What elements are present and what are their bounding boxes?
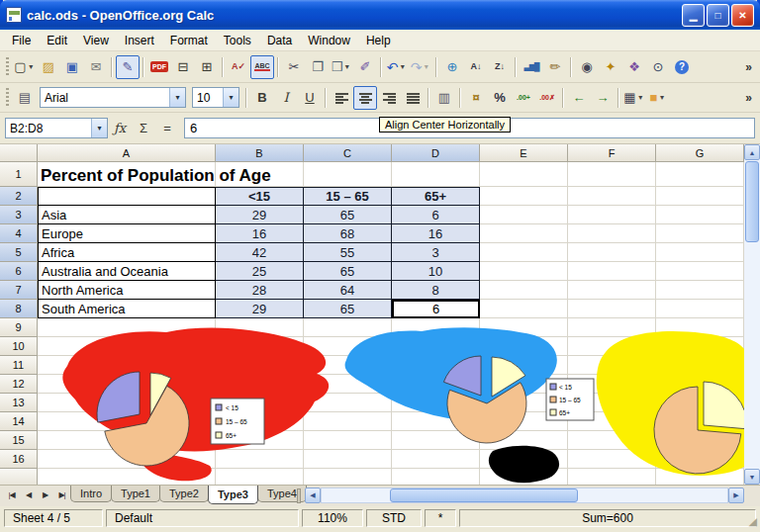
formula-button[interactable]: = <box>156 118 178 139</box>
column-header-E[interactable]: E <box>480 144 568 162</box>
cell-E8[interactable] <box>480 300 568 318</box>
menu-item-data[interactable]: Data <box>259 32 300 49</box>
column-header-G[interactable]: G <box>656 144 744 162</box>
chevron-down-icon[interactable]: ▾ <box>636 93 645 102</box>
justify-button[interactable] <box>401 86 425 110</box>
merge-cells-button[interactable]: ▥ <box>432 86 456 110</box>
increase-indent-button[interactable]: → <box>591 86 615 110</box>
cell-A4[interactable]: Europe <box>38 224 216 243</box>
menu-item-help[interactable]: Help <box>358 32 399 49</box>
new-button[interactable]: ▢▾ <box>13 55 37 79</box>
sort-descending-button[interactable]: Z↓ <box>488 55 512 79</box>
cell-G1[interactable] <box>656 162 744 187</box>
cell-A3[interactable]: Asia <box>38 206 216 224</box>
cell-G4[interactable] <box>656 224 744 243</box>
menu-item-file[interactable]: File <box>4 32 39 49</box>
cell-B7[interactable]: 28 <box>216 281 304 300</box>
cell-F1[interactable] <box>568 162 656 187</box>
cell-E5[interactable] <box>480 243 568 262</box>
cell-D3[interactable]: 6 <box>392 206 480 224</box>
cell-B2[interactable]: <15 <box>216 187 304 206</box>
vertical-scrollbar-thumb[interactable] <box>745 161 759 242</box>
row-header-12[interactable]: 12 <box>0 375 38 394</box>
print-button[interactable]: ⊟ <box>171 55 195 79</box>
status-sum[interactable]: Sum=600 <box>459 509 756 527</box>
cell-F4[interactable] <box>568 224 656 243</box>
add-decimal-button[interactable]: .00+ <box>512 86 535 110</box>
column-header-B[interactable]: B <box>216 144 304 162</box>
save-button[interactable]: ▣ <box>60 55 84 79</box>
cell-F2[interactable] <box>568 187 656 206</box>
status-selection-mode[interactable]: STD <box>366 509 422 527</box>
align-center-button[interactable] <box>353 86 377 110</box>
chevron-down-icon[interactable]: ▾ <box>223 88 238 107</box>
navigator-button[interactable]: ✦ <box>599 55 622 79</box>
previous-sheet-button[interactable]: ◀ <box>20 487 37 503</box>
underline-button[interactable]: U <box>298 86 322 110</box>
font-name-combo[interactable]: Arial▾ <box>40 87 186 108</box>
cell-D6[interactable]: 10 <box>392 262 480 281</box>
cell-F5[interactable] <box>568 243 656 262</box>
row-header-10[interactable]: 10 <box>0 337 38 356</box>
menu-item-format[interactable]: Format <box>162 32 216 49</box>
column-header-A[interactable]: A <box>38 144 216 162</box>
cell-E3[interactable] <box>480 206 568 224</box>
cell-F7[interactable] <box>568 281 656 300</box>
scroll-down-button[interactable]: ▼ <box>744 469 760 485</box>
scroll-up-button[interactable]: ▲ <box>744 144 760 160</box>
row-header-13[interactable]: 13 <box>0 394 38 412</box>
menu-item-tools[interactable]: Tools <box>216 32 259 49</box>
next-sheet-button[interactable]: ▶ <box>37 487 53 503</box>
toolbar-handle[interactable] <box>6 88 9 108</box>
decrease-indent-button[interactable]: ← <box>567 86 591 110</box>
menu-item-insert[interactable]: Insert <box>117 32 162 49</box>
row-header-14[interactable]: 14 <box>0 412 38 431</box>
spreadsheet-area[interactable]: <1515 – 6565+Asia29656Europe166816Africa… <box>0 144 744 485</box>
help-button[interactable]: ? <box>670 55 694 79</box>
row-header-8[interactable]: 8 <box>0 300 38 318</box>
column-header-D[interactable]: D <box>392 144 480 162</box>
row-header-3[interactable]: 3 <box>0 206 38 224</box>
cell-E6[interactable] <box>480 262 568 281</box>
chevron-down-icon[interactable]: ▾ <box>91 119 107 137</box>
row-header-4[interactable]: 4 <box>0 224 38 243</box>
cell-B4[interactable]: 16 <box>216 224 304 243</box>
cell-E2[interactable] <box>480 187 568 206</box>
scroll-right-button[interactable]: ▶ <box>728 488 744 503</box>
percent-button[interactable]: % <box>488 86 512 110</box>
cell-B6[interactable]: 25 <box>216 262 304 281</box>
export-pdf-button[interactable]: PDF <box>147 55 171 79</box>
tab-type1[interactable]: Type1 <box>111 486 160 502</box>
row-header-7[interactable]: 7 <box>0 281 38 300</box>
cell-D4[interactable]: 16 <box>392 224 480 243</box>
cell-A7[interactable]: North America <box>38 281 216 300</box>
chevron-down-icon[interactable]: ▾ <box>657 93 666 102</box>
resize-grip[interactable]: ◢ <box>749 515 757 528</box>
chevron-down-icon[interactable]: ▾ <box>398 62 407 71</box>
tab-type3[interactable]: Type3 <box>208 486 258 504</box>
menu-item-edit[interactable]: Edit <box>39 32 75 49</box>
auto-spellcheck-button[interactable]: ABC <box>250 55 274 79</box>
undo-button[interactable]: ↶▾ <box>385 55 409 79</box>
email-button[interactable]: ✉ <box>84 55 108 79</box>
styles-and-formatting-button[interactable]: ▤ <box>13 86 37 110</box>
cell-F8[interactable] <box>568 300 656 318</box>
chevron-down-icon[interactable]: ▾ <box>169 88 185 107</box>
menu-item-view[interactable]: View <box>75 32 117 49</box>
cell-E4[interactable] <box>480 224 568 243</box>
copy-button[interactable]: ❐ <box>306 55 330 79</box>
vertical-scrollbar[interactable]: ▲ ▼ <box>744 144 760 485</box>
function-wizard-button[interactable]: ƒx <box>109 118 131 139</box>
select-all-corner[interactable] <box>0 144 38 162</box>
find-replace-button[interactable]: ◉ <box>575 55 599 79</box>
tab-type2[interactable]: Type2 <box>159 486 209 502</box>
edit-file-button[interactable]: ✎ <box>116 55 140 79</box>
cell-A8[interactable]: South America <box>38 300 216 318</box>
cut-button[interactable]: ✂ <box>282 55 306 79</box>
maximize-button[interactable]: □ <box>707 4 729 27</box>
cell-G3[interactable] <box>656 206 744 224</box>
font-size-combo[interactable]: 10▾ <box>192 87 239 108</box>
cell-C2[interactable]: 15 – 65 <box>304 187 392 206</box>
cell-A1-title[interactable]: Percent of Population of Age <box>41 164 271 187</box>
row-header-16[interactable]: 16 <box>0 450 38 469</box>
